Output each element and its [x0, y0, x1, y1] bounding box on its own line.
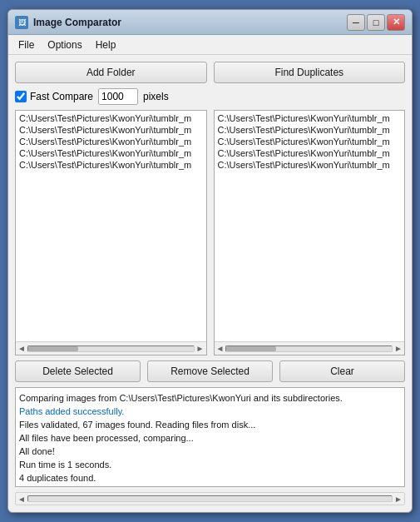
log-area: Comparing images from C:\Users\Test\Pict…	[15, 387, 405, 487]
scroll-left-arrow[interactable]: ◄	[216, 344, 225, 353]
pixels-input[interactable]	[98, 88, 138, 105]
fast-compare-checkbox[interactable]	[15, 91, 27, 102]
left-panel-inner: C:\Users\Test\Pictures\KwonYuri\tumblr_m…	[16, 111, 206, 341]
scroll-thumb	[226, 346, 276, 351]
left-panel: C:\Users\Test\Pictures\KwonYuri\tumblr_m…	[15, 110, 207, 355]
menu-file[interactable]: File	[12, 37, 41, 52]
right-panel-inner: C:\Users\Test\Pictures\KwonYuri\tumblr_m…	[215, 111, 405, 341]
scroll-right-arrow[interactable]: ►	[394, 344, 403, 353]
close-button[interactable]: ✕	[387, 14, 405, 31]
delete-selected-button[interactable]: Delete Selected	[15, 360, 141, 382]
left-panel-scrollbar: ◄ ►	[16, 341, 206, 355]
scroll-left-arrow[interactable]: ◄	[17, 495, 26, 504]
list-item[interactable]: C:\Users\Test\Pictures\KwonYuri\tumblr_m	[216, 159, 403, 171]
menu-bar: File Options Help	[8, 35, 412, 55]
find-duplicates-button[interactable]: Find Duplicates	[214, 62, 406, 83]
main-content: Add Folder Find Duplicates Fast Compare …	[8, 55, 412, 512]
log-line: All done!	[19, 445, 401, 458]
log-line: Files validated, 67 images found. Readin…	[19, 418, 401, 431]
pixels-unit-label: pixels	[143, 91, 169, 102]
main-window: 🖼 Image Comparator ─ □ ✕ File Options He…	[7, 9, 413, 513]
scroll-left-arrow[interactable]: ◄	[17, 344, 26, 353]
window-controls: ─ □ ✕	[347, 14, 405, 31]
scroll-track[interactable]	[27, 346, 195, 352]
right-panel: C:\Users\Test\Pictures\KwonYuri\tumblr_m…	[214, 110, 406, 355]
list-item[interactable]: C:\Users\Test\Pictures\KwonYuri\tumblr_m	[17, 112, 205, 124]
log-line: All files have been processed, comparing…	[19, 431, 401, 445]
list-item[interactable]: C:\Users\Test\Pictures\KwonYuri\tumblr_m	[17, 136, 205, 147]
log-line: Comparing images from C:\Users\Test\Pict…	[19, 391, 401, 405]
bottom-scroll-track[interactable]	[27, 495, 393, 502]
scroll-right-arrow[interactable]: ►	[394, 495, 403, 504]
remove-selected-button[interactable]: Remove Selected	[147, 360, 273, 382]
clear-button[interactable]: Clear	[279, 360, 405, 382]
log-line: Paths added successfully.	[19, 405, 401, 418]
right-panel-scrollbar: ◄ ►	[215, 341, 405, 355]
log-line: 4 duplicates found.	[19, 471, 401, 485]
window-title: Image Comparator	[33, 17, 347, 28]
title-bar: 🖼 Image Comparator ─ □ ✕	[8, 10, 412, 35]
options-row: Fast Compare pixels	[15, 88, 405, 105]
fast-compare-option[interactable]: Fast Compare	[15, 91, 93, 102]
list-item[interactable]: C:\Users\Test\Pictures\KwonYuri\tumblr_m	[216, 112, 403, 124]
scroll-right-arrow[interactable]: ►	[196, 344, 205, 353]
bottom-scrollbar: ◄ ►	[15, 492, 405, 505]
scroll-track[interactable]	[225, 346, 393, 352]
fast-compare-label: Fast Compare	[30, 91, 93, 102]
log-line: Run time is 1 seconds.	[19, 458, 401, 471]
list-item[interactable]: C:\Users\Test\Pictures\KwonYuri\tumblr_m	[216, 136, 403, 147]
list-item[interactable]: C:\Users\Test\Pictures\KwonYuri\tumblr_m	[17, 159, 205, 171]
panels-row: C:\Users\Test\Pictures\KwonYuri\tumblr_m…	[15, 110, 405, 355]
list-item[interactable]: C:\Users\Test\Pictures\KwonYuri\tumblr_m	[216, 147, 403, 159]
action-buttons-row: Delete Selected Remove Selected Clear	[15, 360, 405, 382]
app-icon: 🖼	[15, 16, 28, 29]
list-item[interactable]: C:\Users\Test\Pictures\KwonYuri\tumblr_m	[17, 124, 205, 136]
add-folder-button[interactable]: Add Folder	[15, 62, 207, 83]
menu-help[interactable]: Help	[89, 37, 123, 52]
menu-options[interactable]: Options	[41, 37, 88, 52]
minimize-button[interactable]: ─	[347, 14, 365, 31]
maximize-button[interactable]: □	[367, 14, 385, 31]
top-buttons-row: Add Folder Find Duplicates	[15, 62, 405, 83]
list-item[interactable]: C:\Users\Test\Pictures\KwonYuri\tumblr_m	[216, 124, 403, 136]
scroll-thumb	[28, 346, 78, 351]
list-item[interactable]: C:\Users\Test\Pictures\KwonYuri\tumblr_m	[17, 147, 205, 159]
